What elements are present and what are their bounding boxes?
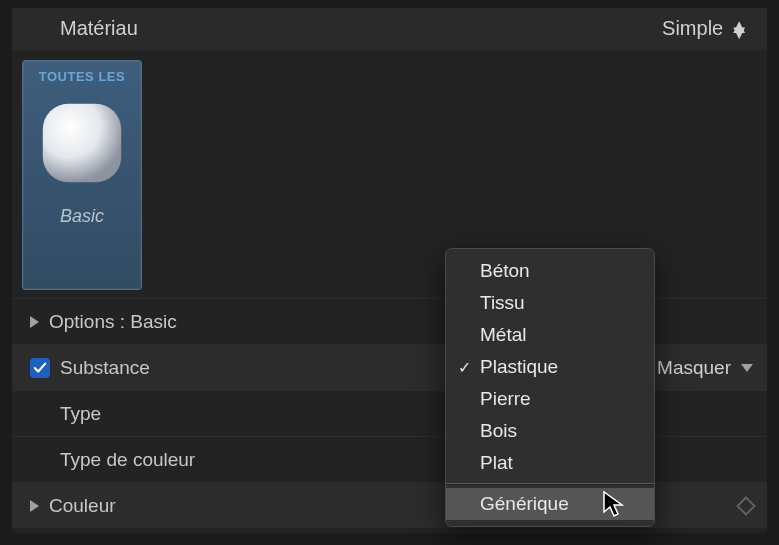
menu-item[interactable]: Plastique: [446, 351, 654, 383]
svg-rect-0: [43, 104, 121, 182]
view-mode-value: Simple: [662, 17, 723, 40]
options-label: Options : Basic: [49, 311, 177, 333]
panel-title: Matériau: [60, 17, 138, 40]
menu-item[interactable]: Béton: [446, 255, 654, 287]
type-label: Type: [60, 403, 101, 425]
menu-item[interactable]: Bois: [446, 415, 654, 447]
material-tile[interactable]: TOUTES LES Basic: [22, 60, 142, 290]
menu-item[interactable]: Tissu: [446, 287, 654, 319]
substance-label: Substance: [60, 357, 150, 379]
menu-item[interactable]: Métal: [446, 319, 654, 351]
color-label: Couleur: [49, 495, 116, 517]
stepper-icon: ▲▼: [729, 23, 749, 35]
substance-action-label: Masquer: [657, 357, 731, 379]
substance-checkbox[interactable]: [30, 358, 50, 378]
colortype-label: Type de couleur: [60, 449, 195, 471]
menu-item[interactable]: Plat: [446, 447, 654, 479]
keyframe-icon[interactable]: [736, 496, 756, 516]
cursor-icon: [602, 490, 626, 525]
view-mode-select[interactable]: Simple ▲▼: [662, 17, 749, 40]
chevron-down-icon: [741, 364, 753, 372]
disclosure-icon: [30, 316, 39, 328]
tile-header: TOUTES LES: [29, 69, 135, 84]
material-swatch: [33, 94, 131, 192]
disclosure-icon: [30, 500, 39, 512]
panel-header: Matériau Simple ▲▼: [12, 8, 767, 50]
menu-separator: [446, 483, 654, 484]
tile-name: Basic: [29, 206, 135, 227]
substance-type-menu[interactable]: BétonTissuMétalPlastiquePierreBoisPlatGé…: [445, 248, 655, 527]
menu-item[interactable]: Pierre: [446, 383, 654, 415]
substance-action[interactable]: Masquer: [657, 357, 753, 379]
